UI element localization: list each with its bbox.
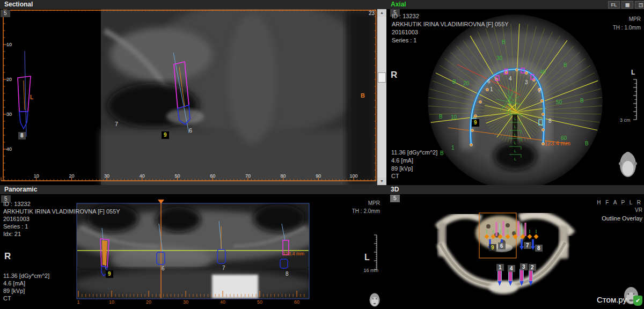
svg-label: L <box>514 116 517 121</box>
axial-tooth2-label: 2 <box>538 87 541 93</box>
svg-label: L <box>514 124 517 129</box>
svg-label: B <box>502 39 506 45</box>
arch-point <box>540 99 543 102</box>
svg-label: 60 <box>210 173 215 179</box>
axial-mode-label: MPR <box>585 16 641 22</box>
panoramic-title: Panoramic <box>4 186 37 193</box>
3d-implant2-label: 2 <box>529 264 536 271</box>
axial-tooth3-label: 3 <box>525 79 528 85</box>
watermark-text: Стом.ру <box>597 295 627 304</box>
axial-orientation-r: R <box>391 70 397 80</box>
fl-button[interactable]: FL <box>608 1 620 9</box>
dental-ct-workstation: Sectional 1020304 <box>0 0 644 309</box>
sectional-scrollbar[interactable]: ▲ ▼ <box>377 9 386 185</box>
patient-name: ARKHUTIK IRINA VLADIMIROVNA [F] 055Y <box>392 21 509 28</box>
scroll-down-button[interactable]: ▼ <box>377 178 386 185</box>
axial-title: Axial <box>391 1 406 8</box>
3d-render-mode-label: VR <box>558 207 642 213</box>
skull-3d-render <box>437 215 572 294</box>
grid-layout-button[interactable]: ▦ <box>621 1 633 9</box>
svg-label: 30 <box>183 299 188 305</box>
svg-label: B <box>580 98 584 104</box>
axial-scale-l-label: L <box>631 69 635 76</box>
svg-label: 40 <box>6 146 12 152</box>
svg-label: 10 <box>34 173 39 179</box>
3d-title: 3D <box>391 186 399 193</box>
svg-label: 20 <box>69 173 74 179</box>
pano-implant9-label: 9 <box>106 270 113 278</box>
expand-button[interactable]: ◳ <box>635 1 644 9</box>
3d-slice-badge: 5 <box>390 195 400 202</box>
svg-label: 20 <box>146 299 151 305</box>
sectional-l-marker: L <box>30 94 33 100</box>
svg-label: 10 <box>451 114 457 120</box>
index-number: Idx: 21 <box>3 231 21 238</box>
svg-label: 1 <box>451 145 455 151</box>
svg-label: 30 <box>496 55 503 61</box>
pano-implant7-label: 7 <box>222 265 225 271</box>
svg-label: 80 <box>281 173 286 179</box>
panoramic-orientation-l: L <box>364 253 370 262</box>
grid-icon: ▦ <box>625 2 630 8</box>
modality-label: CT <box>3 295 11 302</box>
arch-point <box>541 113 544 115</box>
scrollbar-thumb[interactable] <box>378 72 386 83</box>
expand-icon: ◳ <box>639 2 643 8</box>
3d-implant7-label: 7 <box>524 242 531 249</box>
panoramic-mode-label: MPR <box>322 200 380 206</box>
3d-implant3-label: 3 <box>520 263 528 270</box>
sectional-title: Sectional <box>4 1 33 8</box>
axial-tooth9-label: 9 <box>472 119 479 127</box>
svg-label: L <box>514 133 517 137</box>
pano-measurement-label: 123.4 mm <box>283 251 304 256</box>
svg-label: B <box>440 150 444 156</box>
dose-area-product: 11.36 [dGy*cm^2] <box>3 273 49 279</box>
svg-label: 50 <box>257 299 262 305</box>
svg-label: 20 <box>463 80 470 86</box>
pano-head-orientation-icon <box>370 293 380 307</box>
svg-label: 100 <box>349 173 357 179</box>
panoramic-panel-header: Panoramic <box>0 185 386 194</box>
panoramic-scale-ruler <box>374 235 377 269</box>
arch-point <box>479 100 481 103</box>
3d-overlay-mode-label: Outline Overlay <box>547 215 642 222</box>
anchor-diamond <box>534 234 539 239</box>
arch-point <box>470 143 472 146</box>
3d-implant1-label: 1 <box>496 264 504 271</box>
svg-label: L <box>514 141 517 145</box>
3d-panel-header: 3D <box>386 185 644 194</box>
axial-tooth4-label: 4 <box>509 76 512 82</box>
svg-label: L <box>514 149 517 153</box>
arrow-tip <box>519 246 524 250</box>
sectional-implant6-label: 6 <box>189 127 192 134</box>
series-number: Series : 1 <box>3 223 28 230</box>
sectional-slice-badge: 5 <box>1 10 10 17</box>
panoramic-orientation-r: R <box>4 251 11 262</box>
svg-label: 20 <box>6 77 12 82</box>
axial-panel-header: Axial <box>386 0 644 9</box>
scroll-up-button[interactable]: ▲ <box>377 9 386 17</box>
modality-label: CT <box>391 173 399 180</box>
arch-point <box>525 71 528 74</box>
tube-voltage: 89 [kVp] <box>391 165 413 172</box>
sectional-index-label: 23 <box>354 10 375 16</box>
axial-measurement-label: 123.4 mm <box>544 140 570 146</box>
shield-check-icon: ✔ <box>633 296 642 306</box>
3d-implant4-label: 4 <box>508 265 515 272</box>
svg-label: 70 <box>245 173 251 179</box>
3d-orientation-label: H F A P L R <box>558 200 642 205</box>
svg-label: B <box>564 62 567 68</box>
svg-label: 40 <box>220 299 225 305</box>
pano-implant6-label: 6 <box>162 266 165 271</box>
tube-current: 4.6 [mA] <box>3 280 25 287</box>
arch-point <box>515 68 518 71</box>
arch-point <box>474 114 477 117</box>
axial-scale-ruler <box>633 79 636 120</box>
axial-viewport[interactable]: B30B40B2050BB1060B1B LLLLLL <box>386 9 644 185</box>
svg-label: B <box>452 79 456 85</box>
sectional-implant9-label: 9 <box>162 131 169 139</box>
sectional-viewport[interactable]: 10203040102030405060708090100 <box>0 9 377 185</box>
arch-point <box>486 88 488 91</box>
sectional-implant8-label: 8 <box>18 132 26 139</box>
series-number: Series : 1 <box>392 37 416 44</box>
